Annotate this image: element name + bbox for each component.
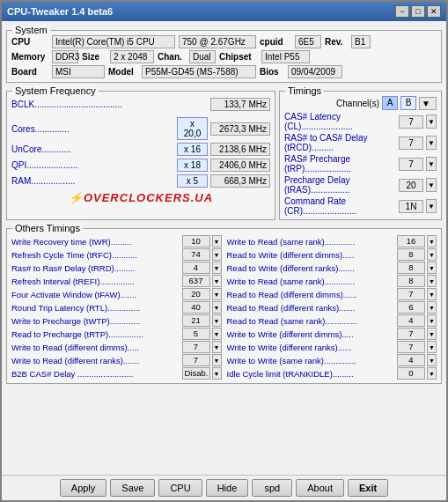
other-arrow-right-3[interactable]: ▼: [427, 275, 437, 287]
other-arrow-left-7[interactable]: ▼: [212, 328, 222, 340]
other-row-right-7: Write to Write (different dimms)..... 7 …: [227, 328, 437, 340]
rcd-value[interactable]: 7: [399, 137, 423, 150]
other-val-left-7[interactable]: 5: [182, 328, 210, 340]
other-arrow-left-10[interactable]: ▼: [212, 367, 222, 380]
rcd-arrow[interactable]: ▼: [426, 136, 437, 150]
other-arrow-left-9[interactable]: ▼: [212, 354, 222, 366]
other-arrow-right-10[interactable]: ▼: [427, 367, 437, 380]
other-val-right-0[interactable]: 16: [397, 235, 425, 247]
other-val-left-0[interactable]: 10: [182, 235, 210, 247]
other-label-right-10: Idle Cycle limit (tRANKIDLE).........: [227, 369, 396, 379]
main-content: System CPU Intel(R) Core(TM) i5 CPU 750 …: [2, 21, 446, 475]
ras-label: Precharge Delay (tRAS)................: [284, 175, 396, 195]
rp-value[interactable]: 7: [399, 158, 423, 171]
title-bar-buttons: − □ ✕: [395, 5, 441, 18]
board-row: Board MSI Model P55M-GD45 (MS-7588) Bios…: [11, 65, 437, 78]
other-arrow-right-4[interactable]: ▼: [427, 288, 437, 300]
about-button[interactable]: About: [296, 479, 344, 497]
channel-a-button[interactable]: A: [382, 96, 398, 110]
other-val-right-7[interactable]: 7: [397, 328, 425, 340]
cpuid-label: cpuid: [260, 37, 291, 47]
qpi-mult[interactable]: x 18: [177, 159, 208, 172]
other-arrow-right-2[interactable]: ▼: [427, 262, 437, 274]
other-arrow-right-0[interactable]: ▼: [427, 235, 437, 247]
other-val-right-4[interactable]: 7: [397, 288, 425, 300]
other-row-left-1: Refresh Cycle Time (tRFC)........... 74 …: [11, 248, 222, 261]
channel-dropdown[interactable]: ▼: [419, 97, 437, 110]
other-val-left-1[interactable]: 74: [182, 248, 210, 261]
other-label-left-2: Ras# to Ras# Delay (tRRD).........: [11, 263, 180, 273]
rp-arrow[interactable]: ▼: [426, 157, 437, 171]
other-val-right-8[interactable]: 7: [397, 341, 425, 353]
other-val-left-9[interactable]: 7: [182, 354, 210, 366]
maximize-button[interactable]: □: [411, 5, 425, 18]
other-val-left-10[interactable]: Disab.: [182, 367, 210, 380]
other-arrow-right-9[interactable]: ▼: [427, 354, 437, 366]
hide-button[interactable]: Hide: [206, 479, 249, 497]
other-row-right-8: Write to Write (different ranks)...... 7…: [227, 341, 437, 353]
other-row-right-2: Read to Write (different ranks)....... 8…: [227, 262, 437, 274]
other-arrow-left-4[interactable]: ▼: [212, 288, 222, 300]
other-label-right-7: Write to Write (different dimms).....: [227, 329, 396, 339]
close-button[interactable]: ✕: [427, 5, 441, 18]
cpu-button[interactable]: CPU: [158, 479, 202, 497]
other-row-right-10: Idle Cycle limit (tRANKIDLE)......... 0 …: [227, 367, 437, 380]
other-label-left-7: Read to Precharge (tRTP)...............: [11, 329, 180, 339]
cr-value[interactable]: 1N: [399, 200, 423, 213]
other-label-right-1: Read to Write (different dimms).....: [227, 250, 396, 260]
other-val-right-1[interactable]: 8: [397, 248, 425, 261]
chipset-value: Intel P55: [261, 50, 310, 63]
ras-arrow[interactable]: ▼: [426, 178, 437, 192]
other-arrow-left-5[interactable]: ▼: [212, 301, 222, 314]
other-arrow-left-2[interactable]: ▼: [212, 262, 222, 274]
other-arrow-left-8[interactable]: ▼: [212, 341, 222, 353]
save-button[interactable]: Save: [110, 479, 155, 497]
ras-row: Precharge Delay (tRAS)................ 2…: [284, 175, 437, 195]
other-val-right-2[interactable]: 8: [397, 262, 425, 274]
exit-button[interactable]: Exit: [348, 479, 388, 497]
other-arrow-right-8[interactable]: ▼: [427, 341, 437, 353]
freq-group: System Frequency BCLK...................…: [6, 91, 275, 220]
other-label-right-6: Read to Read (same rank)..............: [227, 316, 396, 326]
other-label-left-3: Refresh Interval (tREFI)...............: [11, 277, 180, 286]
other-arrow-right-6[interactable]: ▼: [427, 314, 437, 327]
channel-label: Channel(s): [336, 99, 379, 108]
channel-b-button[interactable]: B: [400, 96, 416, 110]
other-val-right-6[interactable]: 4: [397, 314, 425, 327]
other-label-left-5: Round Trip Latency (RTL)..............: [11, 303, 180, 313]
other-val-left-8[interactable]: 7: [182, 341, 210, 353]
minimize-button[interactable]: −: [395, 5, 409, 18]
apply-button[interactable]: Apply: [60, 479, 107, 497]
other-arrow-right-1[interactable]: ▼: [427, 248, 437, 261]
ram-mult[interactable]: x 5: [177, 174, 208, 188]
cas-arrow[interactable]: ▼: [426, 114, 437, 129]
other-val-left-6[interactable]: 21: [182, 314, 210, 327]
other-val-left-3[interactable]: 637: [182, 275, 210, 287]
bclk-value[interactable]: 133,7 MHz: [210, 98, 270, 111]
cr-arrow[interactable]: ▼: [426, 199, 437, 213]
other-val-left-4[interactable]: 20: [182, 288, 210, 300]
other-val-left-2[interactable]: 4: [182, 262, 210, 274]
other-row-left-7: Read to Precharge (tRTP)............... …: [11, 328, 222, 340]
other-arrow-left-6[interactable]: ▼: [212, 314, 222, 327]
uncore-value: 2138,6 MHz: [210, 143, 270, 156]
uncore-mult[interactable]: x 16: [177, 143, 208, 156]
other-arrow-left-1[interactable]: ▼: [212, 248, 222, 261]
other-val-right-3[interactable]: 8: [397, 275, 425, 287]
other-val-right-9[interactable]: 4: [397, 354, 425, 366]
other-arrow-right-7[interactable]: ▼: [427, 328, 437, 340]
ras-value[interactable]: 20: [399, 179, 423, 192]
other-row-left-9: Write to Read (different ranks)....... 7…: [11, 354, 222, 366]
other-val-right-5[interactable]: 6: [397, 301, 425, 314]
other-val-right-10[interactable]: 0: [397, 367, 425, 380]
other-label-right-0: Write to Read (same rank).............: [227, 237, 396, 247]
other-arrow-left-0[interactable]: ▼: [212, 235, 222, 247]
other-label-left-1: Refresh Cycle Time (tRFC)...........: [11, 250, 180, 260]
other-arrow-left-3[interactable]: ▼: [212, 275, 222, 287]
other-arrow-right-5[interactable]: ▼: [427, 301, 437, 314]
other-row-left-8: Write to Read (different dimms)..... 7 ▼: [11, 341, 222, 353]
spd-button[interactable]: spd: [252, 479, 292, 497]
other-val-left-5[interactable]: 40: [182, 301, 210, 314]
cores-mult[interactable]: x 20,0: [177, 117, 208, 140]
cas-value[interactable]: 7: [399, 115, 423, 129]
